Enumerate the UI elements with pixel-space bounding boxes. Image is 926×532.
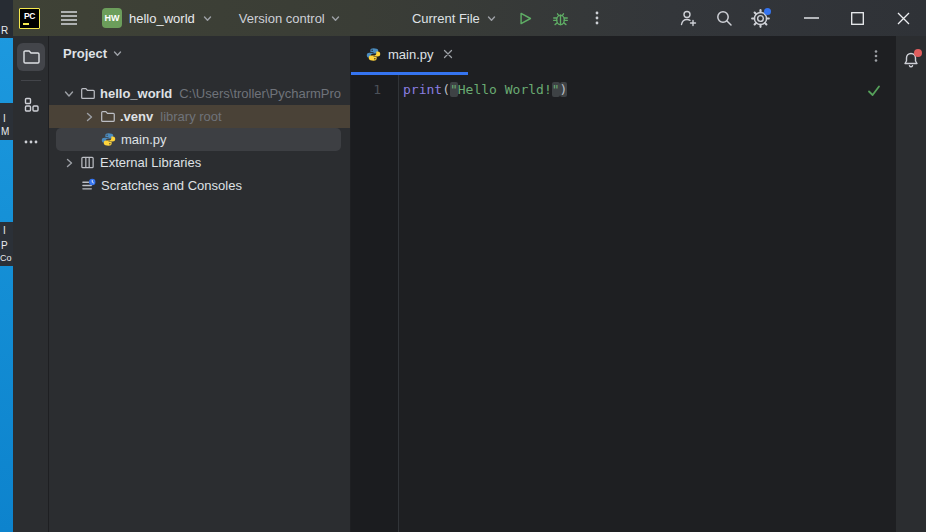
settings-notification-dot — [764, 8, 771, 15]
project-widget[interactable]: HW hello_world — [96, 3, 219, 33]
search-icon — [715, 9, 733, 27]
tab-main-py[interactable]: main.py — [351, 36, 468, 75]
python-file-icon — [101, 132, 116, 147]
search-everywhere-button[interactable] — [706, 3, 742, 33]
chevron-right-icon[interactable] — [63, 157, 75, 169]
line-number: 1 — [351, 80, 381, 100]
line-number-gutter: 1 — [351, 75, 399, 532]
tab-close-button[interactable] — [441, 47, 455, 61]
code-with-me-button[interactable] — [670, 3, 706, 33]
close-button[interactable] — [880, 0, 926, 36]
chevron-down-icon — [330, 13, 341, 24]
code-editor[interactable]: 1 print("Hello World!") — [351, 75, 895, 532]
minimize-button[interactable] — [788, 0, 834, 36]
tab-options-button[interactable] — [863, 43, 889, 69]
code-token-open-paren: ( — [442, 82, 450, 97]
code-token-open-quote: " — [450, 82, 458, 97]
desktop-icon-fragment: I P Co — [0, 222, 13, 266]
code-content[interactable]: print("Hello World!") — [399, 75, 567, 532]
tree-item-scratches[interactable]: Scratches and Consoles — [49, 174, 350, 197]
debug-button[interactable] — [545, 3, 577, 33]
editor-area: main.py 1 print("Hello World!") — [351, 36, 895, 532]
settings-button[interactable] — [742, 3, 778, 33]
minimize-icon — [804, 17, 819, 19]
project-panel: Project hello_world C:\Users — [49, 36, 351, 532]
more-actions-button[interactable] — [581, 3, 613, 33]
code-token-print: print — [403, 82, 442, 97]
project-tree: hello_world C:\Users\troller\PycharmPro … — [49, 70, 350, 197]
code-token-close-quote: " — [552, 82, 560, 97]
code-token-close-paren: ) — [560, 82, 568, 97]
vcs-label: Version control — [239, 11, 325, 26]
chevron-down-icon[interactable] — [63, 88, 75, 100]
tree-item-hint: library root — [160, 109, 221, 124]
desktop-edge: R I M I P Co — [0, 0, 13, 532]
run-configuration-selector[interactable]: Current File — [404, 3, 505, 33]
chevron-down-icon — [202, 13, 213, 24]
structure-icon — [22, 95, 40, 113]
structure-tool-button[interactable] — [17, 90, 45, 118]
code-token-string: Hello World! — [458, 82, 552, 97]
right-tool-stripe — [895, 36, 926, 532]
folder-icon — [22, 48, 40, 66]
inspections-ok-icon[interactable] — [867, 84, 881, 97]
chevron-down-icon — [486, 13, 497, 24]
left-tool-stripe — [13, 36, 49, 532]
pycharm-logo: PC — [19, 8, 40, 29]
run-icon — [516, 10, 533, 27]
tab-title: main.py — [388, 47, 434, 62]
add-user-icon — [679, 9, 698, 28]
maximize-icon — [851, 12, 864, 25]
tree-item-venv[interactable]: .venv library root — [49, 105, 350, 128]
bug-icon — [552, 10, 569, 27]
project-tool-button[interactable] — [17, 43, 45, 71]
chevron-down-icon — [112, 48, 123, 59]
python-file-icon — [366, 47, 381, 62]
tree-item-external-libraries[interactable]: External Libraries — [49, 151, 350, 174]
desktop-icon-fragment: I M — [0, 103, 13, 140]
notification-dot — [914, 49, 922, 57]
library-icon — [80, 155, 95, 170]
tree-item-label: main.py — [121, 132, 167, 147]
folder-icon — [100, 109, 115, 124]
vcs-widget[interactable]: Version control — [233, 3, 347, 33]
tree-item-label: Scratches and Consoles — [101, 178, 242, 193]
titlebar: PC HW hello_world Version control — [13, 0, 926, 36]
notifications-button[interactable] — [900, 49, 922, 71]
tree-item-main-py[interactable]: main.py — [56, 128, 341, 151]
run-button[interactable] — [509, 3, 541, 33]
scratches-icon — [81, 178, 96, 193]
desktop-icon-fragment: R — [0, 0, 13, 38]
project-badge: HW — [102, 8, 122, 28]
tree-item-label: hello_world — [100, 86, 172, 101]
more-tool-windows-button[interactable] — [17, 128, 45, 156]
editor-tab-bar: main.py — [351, 36, 895, 75]
project-panel-header[interactable]: Project — [49, 36, 350, 70]
ellipsis-icon — [23, 135, 39, 149]
tree-item-path: C:\Users\troller\PycharmPro — [179, 86, 341, 101]
pycharm-window: PC HW hello_world Version control — [13, 0, 926, 532]
project-name: hello_world — [129, 11, 195, 26]
tree-item-label: .venv — [120, 109, 153, 124]
kebab-menu-icon — [590, 10, 604, 26]
close-icon — [897, 12, 910, 25]
main-menu-button[interactable] — [54, 3, 84, 33]
folder-icon — [80, 86, 95, 101]
panel-title: Project — [63, 46, 107, 61]
hamburger-icon — [60, 10, 78, 26]
maximize-button[interactable] — [834, 0, 880, 36]
chevron-right-icon[interactable] — [83, 111, 95, 123]
stripe-divider — [21, 80, 41, 81]
run-config-label: Current File — [412, 11, 480, 26]
tree-item-label: External Libraries — [100, 155, 201, 170]
tree-item-hello-world[interactable]: hello_world C:\Users\troller\PycharmPro — [49, 82, 350, 105]
